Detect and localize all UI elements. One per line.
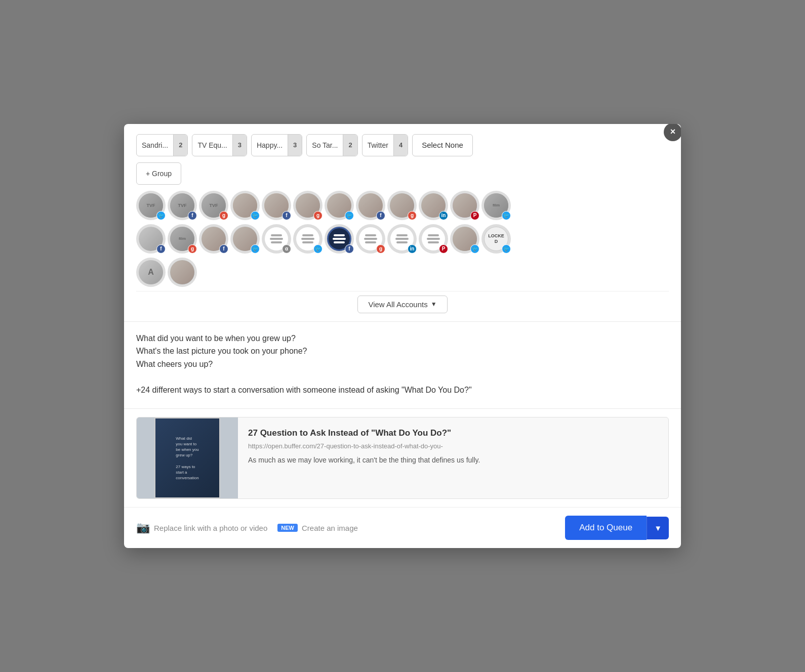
- profile-tag-sotar-count: 2: [343, 135, 357, 156]
- compose-modal: × Sandri... 2 TV Equ... 3 Happy... 3 So …: [124, 124, 681, 549]
- avatar-film-twitter[interactable]: film 🐦: [481, 191, 511, 220]
- avatar-people1-facebook[interactable]: f: [262, 191, 291, 220]
- toolbar-left: 📷 Replace link with a photo or video NEW…: [136, 521, 553, 534]
- profile-tag-sandri[interactable]: Sandri... 2: [136, 134, 188, 156]
- link-preview-card: What didyou want tobe when yougrew up?27…: [136, 417, 669, 499]
- avatar-tvf-twitter[interactable]: TVF 🐦: [136, 191, 166, 220]
- view-all-row: View All Accounts ▼: [136, 291, 669, 313]
- profile-tag-happy-count: 3: [288, 135, 302, 156]
- pinterest-badge: P: [439, 244, 448, 254]
- avatars-row-2: f film g f 🐦: [136, 224, 669, 254]
- profile-tag-twitter[interactable]: Twitter 4: [362, 134, 408, 156]
- link-title: 27 Question to Ask Instead of "What Do Y…: [248, 428, 658, 439]
- google-badge: g: [188, 244, 197, 254]
- avatar-people4-linkedin[interactable]: in: [419, 191, 448, 220]
- avatar-stack-google[interactable]: g: [356, 224, 385, 254]
- add-to-queue-group: Add to Queue ▼: [565, 516, 669, 540]
- avatar-stack-twitter[interactable]: 🐦: [293, 224, 323, 254]
- avatar-locke-twitter[interactable]: LOCKE D 🐦: [481, 224, 511, 254]
- twitter-badge: 🐦: [313, 244, 323, 254]
- create-image-label: Create an image: [302, 524, 358, 532]
- link-url: https://open.buffer.com/27-question-to-a…: [248, 442, 658, 450]
- avatar-person-twitter[interactable]: 🐦: [450, 224, 479, 254]
- facebook-badge: f: [188, 211, 197, 220]
- avatar-people1-twitter[interactable]: 🐦: [230, 191, 260, 220]
- avatar-film2-google[interactable]: film g: [168, 224, 197, 254]
- avatar-tvf-facebook[interactable]: TVF f: [168, 191, 197, 220]
- linkedin-badge: in: [439, 211, 448, 220]
- profile-tag-sotar-label: So Tar...: [307, 141, 343, 149]
- link-description: As much as we may love working, it can't…: [248, 455, 658, 466]
- profile-groups-row: Sandri... 2 TV Equ... 3 Happy... 3 So Ta…: [136, 134, 669, 156]
- profile-tag-happy[interactable]: Happy... 3: [251, 134, 302, 156]
- book-image: What didyou want tobe when yougrew up?27…: [154, 417, 220, 498]
- facebook-badge-active: f: [345, 244, 354, 254]
- footer-toolbar: 📷 Replace link with a photo or video NEW…: [124, 507, 681, 548]
- profile-tag-sandri-count: 2: [173, 135, 187, 156]
- twitter-badge: 🐦: [502, 211, 511, 220]
- google-badge: g: [376, 244, 385, 254]
- camera-icon: 📷: [136, 521, 150, 534]
- avatar-stack-pinterest[interactable]: P: [419, 224, 448, 254]
- profile-tag-happy-label: Happy...: [252, 141, 288, 149]
- avatar-people3-facebook[interactable]: f: [356, 191, 385, 220]
- profile-tag-tvequ-label: TV Equ...: [192, 141, 232, 149]
- google-badge: g: [408, 211, 417, 220]
- profile-tag-sotar[interactable]: So Tar... 2: [306, 134, 357, 156]
- facebook-badge: f: [219, 244, 228, 254]
- avatar-stack-alpha[interactable]: α: [262, 224, 291, 254]
- post-text-section: What did you want to be when you grew up…: [124, 322, 681, 409]
- twitter-badge: 🐦: [251, 244, 260, 254]
- avatar-people3-twitter[interactable]: 🐦: [325, 191, 354, 220]
- post-text-input[interactable]: What did you want to be when you grew up…: [136, 332, 669, 397]
- profile-tag-twitter-label: Twitter: [363, 141, 393, 149]
- facebook-badge: f: [376, 211, 385, 220]
- avatar-a[interactable]: A: [136, 258, 166, 287]
- avatar-people4-google[interactable]: g: [387, 191, 417, 220]
- create-image-button[interactable]: NEW Create an image: [277, 524, 358, 532]
- google-badge: g: [219, 211, 228, 220]
- replace-photo-button[interactable]: 📷 Replace link with a photo or video: [136, 521, 267, 534]
- close-button[interactable]: ×: [664, 124, 681, 141]
- add-group-button[interactable]: + Group: [136, 162, 181, 185]
- avatar-tvf-google[interactable]: TVF g: [199, 191, 228, 220]
- select-none-button[interactable]: Select None: [412, 134, 473, 156]
- accounts-section: Sandri... 2 TV Equ... 3 Happy... 3 So Ta…: [124, 124, 681, 322]
- replace-photo-label: Replace link with a photo or video: [154, 524, 267, 532]
- twitter-badge: 🐦: [470, 244, 479, 254]
- avatar-group1-twitter[interactable]: 🐦: [230, 224, 260, 254]
- view-all-accounts-button[interactable]: View All Accounts ▼: [357, 296, 447, 313]
- view-all-label: View All Accounts: [368, 300, 427, 309]
- profile-tag-tvequ[interactable]: TV Equ... 3: [192, 134, 247, 156]
- linkedin-badge: in: [408, 244, 417, 254]
- book-text-overlay: What didyou want tobe when yougrew up?27…: [176, 436, 198, 481]
- chevron-down-icon: ▼: [431, 301, 437, 308]
- avatars-row-3: A: [136, 258, 669, 287]
- google-badge: g: [313, 211, 323, 220]
- avatar-plain-facebook[interactable]: f: [136, 224, 166, 254]
- avatar-stack-linkedin[interactable]: in: [387, 224, 417, 254]
- link-preview-content: 27 Question to Ask Instead of "What Do Y…: [238, 417, 668, 498]
- new-badge: NEW: [277, 524, 298, 532]
- alpha-badge: α: [282, 244, 291, 254]
- avatar-group1-facebook[interactable]: f: [199, 224, 228, 254]
- add-to-queue-dropdown-button[interactable]: ▼: [647, 517, 669, 539]
- twitter-badge: 🐦: [156, 211, 166, 220]
- avatar-stack-facebook-active[interactable]: f: [325, 224, 354, 254]
- avatar-b[interactable]: [168, 258, 197, 287]
- avatar-people2-google[interactable]: g: [293, 191, 323, 220]
- avatar-people5-pinterest[interactable]: P: [450, 191, 479, 220]
- chevron-down-icon: ▼: [654, 524, 662, 532]
- profile-tag-sandri-label: Sandri...: [137, 141, 173, 149]
- add-to-queue-button[interactable]: Add to Queue: [565, 516, 647, 540]
- facebook-badge: f: [156, 244, 166, 254]
- twitter-badge: 🐦: [251, 211, 260, 220]
- twitter-badge: 🐦: [345, 211, 354, 220]
- profile-tag-tvequ-count: 3: [232, 135, 247, 156]
- facebook-badge: f: [282, 211, 291, 220]
- pinterest-badge: P: [470, 211, 479, 220]
- twitter-badge: 🐦: [502, 244, 511, 254]
- avatars-row-1: TVF 🐦 TVF f TVF g 🐦: [136, 191, 669, 220]
- link-preview-image: What didyou want tobe when yougrew up?27…: [137, 417, 238, 498]
- profile-tag-twitter-count: 4: [393, 135, 408, 156]
